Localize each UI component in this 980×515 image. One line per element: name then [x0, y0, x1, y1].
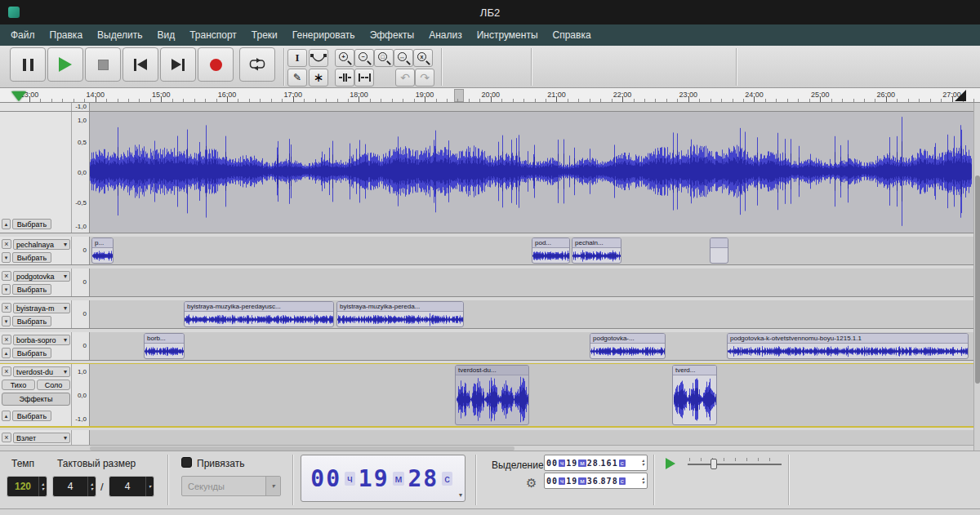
envelope-tool-button[interactable]	[309, 49, 328, 67]
audio-clip[interactable]	[710, 238, 728, 264]
track-collapse-button[interactable]: ▴	[2, 348, 11, 358]
spinner-arrows[interactable]: ▴▾	[642, 477, 645, 485]
app-menu-icon[interactable]	[8, 7, 20, 18]
stop-button[interactable]	[85, 47, 121, 82]
clip-title[interactable]: byistraya-muzyika-pereda...	[337, 302, 463, 312]
track-name-button[interactable]: tverdost-du▾	[13, 366, 70, 377]
clip-title[interactable]: p...	[92, 238, 113, 248]
caret-down-icon[interactable]: ▾	[145, 477, 154, 496]
trim-audio-button[interactable]	[335, 69, 354, 87]
menu-tools[interactable]: Инструменты	[470, 25, 546, 45]
silence-audio-button[interactable]	[354, 69, 374, 87]
snap-mode-select[interactable]: Секунды ▾	[181, 476, 281, 496]
track-name-button[interactable]: byistraya-m▾	[13, 303, 70, 313]
audio-clip[interactable]: podgotovka-...	[590, 333, 666, 359]
clip-title[interactable]: tverdost-du...	[456, 366, 528, 375]
mute-button[interactable]: Тихо	[2, 380, 35, 390]
menu-edit[interactable]: Правка	[42, 25, 91, 45]
track-content[interactable]: borb... podgotovka-... podgotovka-k-otve…	[90, 332, 973, 360]
caret-down-icon[interactable]: ▾	[459, 491, 462, 499]
speed-slider[interactable]	[688, 456, 782, 471]
track-select-button[interactable]: Выбрать	[12, 316, 51, 326]
menu-help[interactable]: Справка	[546, 25, 599, 45]
track-select-button[interactable]: Выбрать	[12, 411, 51, 421]
menu-view[interactable]: Вид	[149, 25, 182, 45]
spinner-arrows[interactable]: ▴▾	[642, 459, 645, 467]
audio-clip[interactable]: podgotovka-k-otvetstvennomu-boyu-1215.1.…	[727, 333, 969, 359]
track-collapse-button[interactable]: ▾	[2, 252, 11, 263]
pin-playhead-button[interactable]	[11, 91, 26, 101]
audio-clip[interactable]: byistraya-muzyika-pereda...	[336, 301, 464, 327]
menu-tracks[interactable]: Треки	[244, 25, 285, 45]
track-select-button[interactable]: Выбрать	[12, 252, 51, 263]
clip-title[interactable]: pod...	[532, 238, 569, 248]
track-name-button[interactable]: borba-sopro▾	[13, 335, 70, 345]
audio-clip[interactable]: tverd...	[672, 365, 717, 425]
clip-title[interactable]: borb...	[145, 334, 184, 344]
track-close-button[interactable]: ×	[2, 433, 11, 442]
track-close-button[interactable]: ×	[2, 303, 11, 313]
vertical-scrollbar[interactable]	[973, 103, 980, 451]
track-content[interactable]: tverdost-du... tverd...	[90, 364, 973, 426]
caret-down-icon[interactable]: ▾	[265, 477, 280, 495]
clip-title[interactable]: byistraya-muzyika-peredayusc...	[185, 302, 333, 312]
slider-handle[interactable]	[710, 459, 717, 469]
play-at-speed-button[interactable]	[662, 456, 679, 471]
zoom-in-button[interactable]: +	[335, 49, 354, 67]
time-display[interactable]: 00 ч 19 м 28 с ▾	[301, 455, 466, 502]
clip-title[interactable]: pechaln...	[572, 238, 621, 248]
track-collapse-button[interactable]: ▾	[2, 284, 11, 295]
scrollbar-thumb[interactable]	[975, 175, 980, 384]
track-content[interactable]: p... pod... pechaln...	[90, 237, 973, 264]
skip-to-end-button[interactable]	[160, 47, 196, 82]
audio-clip[interactable]: byistraya-muzyika-peredayusc...	[184, 301, 334, 327]
track-close-button[interactable]: ×	[2, 239, 11, 249]
track-collapse-button[interactable]: ▴	[2, 219, 11, 229]
audio-clip[interactable]: pechaln...	[572, 238, 621, 264]
snap-toggle[interactable]	[181, 457, 192, 468]
undo-button[interactable]: ↶	[395, 69, 415, 87]
tempo-input[interactable]: 120 ▴▾	[7, 476, 47, 497]
track-name-button[interactable]: pechalnaya▾	[13, 239, 70, 250]
track-content[interactable]	[90, 269, 973, 296]
audio-clip[interactable]: pod...	[532, 238, 570, 264]
track-close-button[interactable]: ×	[2, 366, 11, 376]
play-button[interactable]	[47, 47, 83, 82]
menu-analyze[interactable]: Анализ	[421, 25, 470, 45]
selection-start-field[interactable]: 00ч 19м 28. 161с ▴▾	[544, 455, 648, 471]
timeline-ruler[interactable]: 13:0014:0015:0016:0017:0018:0019:0020:00…	[0, 88, 980, 103]
track-collapse-button[interactable]: ▴	[2, 411, 11, 421]
menu-generate[interactable]: Генерировать	[285, 25, 363, 45]
spinner-arrows[interactable]: ▴▾	[87, 477, 96, 496]
redo-button[interactable]: ↷	[415, 69, 434, 87]
loop-button[interactable]	[239, 47, 275, 82]
audio-clip[interactable]: borb...	[144, 333, 185, 359]
track-collapse-button[interactable]: ▾	[2, 316, 11, 326]
audio-clip[interactable]: p...	[91, 238, 114, 264]
track-content[interactable]	[90, 430, 973, 445]
clip-title[interactable]	[710, 238, 728, 248]
zoom-out-button[interactable]: −	[354, 49, 374, 67]
record-button[interactable]	[198, 47, 234, 82]
track-name-button[interactable]: podgotovka▾	[13, 271, 70, 282]
multi-tool-button[interactable]: ∗	[309, 69, 328, 87]
track-select-button[interactable]: Выбрать	[12, 219, 51, 229]
clip-title[interactable]: podgotovka-k-otvetstvennomu-boyu-1215.1.…	[728, 334, 968, 344]
menu-transport[interactable]: Транспорт	[182, 25, 244, 45]
solo-button[interactable]: Соло	[37, 380, 70, 390]
track-select-button[interactable]: Выбрать	[12, 284, 51, 295]
horizontal-scrollbar[interactable]	[0, 445, 973, 451]
zoom-fit-button[interactable]: ↔	[394, 49, 413, 67]
track-content[interactable]: byistraya-muzyika-peredayusc... byistray…	[90, 300, 973, 328]
zoom-selection-button[interactable]: □	[374, 49, 394, 67]
track-content[interactable]	[90, 103, 973, 111]
menu-select[interactable]: Выделить	[90, 25, 149, 45]
gear-icon[interactable]: ⚙	[526, 476, 537, 491]
selection-tool-button[interactable]: I	[287, 49, 307, 67]
clip-title[interactable]: podgotovka-...	[590, 334, 665, 344]
timesig-lower-select[interactable]: 4 ▾	[109, 476, 154, 497]
pause-button[interactable]	[10, 47, 46, 82]
draw-tool-button[interactable]: ✎	[287, 69, 307, 87]
zoom-toggle-button[interactable]: x	[413, 49, 433, 67]
track-select-button[interactable]: Выбрать	[12, 348, 51, 358]
